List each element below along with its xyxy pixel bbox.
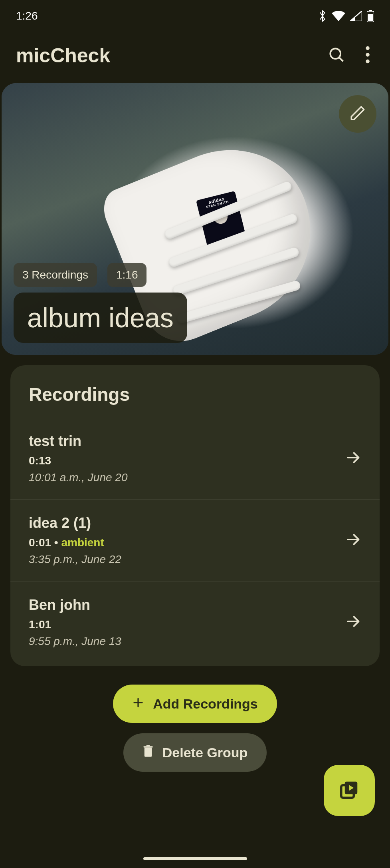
status-bar: 1:26 bbox=[0, 0, 390, 32]
group-title: album ideas bbox=[14, 293, 187, 343]
recording-timestamp: 9:55 p.m., June 13 bbox=[29, 635, 345, 648]
recording-title: idea 2 (1) bbox=[29, 515, 345, 532]
recording-timestamp: 3:35 p.m., June 22 bbox=[29, 553, 345, 566]
signal-icon bbox=[350, 11, 362, 21]
hero-badges: 3 Recordings 1:16 bbox=[14, 263, 146, 287]
plus-icon bbox=[132, 696, 144, 712]
recording-row[interactable]: Ben john 1:01 9:55 p.m., June 13 bbox=[10, 581, 380, 666]
group-hero[interactable]: adidas STAN SMITH 3 Recordings 1:16 albu… bbox=[2, 83, 388, 355]
arrow-right-icon bbox=[345, 613, 361, 631]
svg-point-5 bbox=[366, 46, 370, 50]
svg-line-4 bbox=[339, 57, 343, 61]
play-all-fab[interactable] bbox=[324, 765, 375, 816]
recording-title: Ben john bbox=[29, 597, 345, 613]
svg-rect-13 bbox=[145, 747, 152, 757]
delete-group-label: Delete Group bbox=[162, 745, 247, 760]
recording-title: test trin bbox=[29, 433, 345, 450]
recording-duration: 0:01 • ambient bbox=[29, 536, 345, 549]
svg-rect-15 bbox=[146, 745, 150, 746]
recording-timestamp: 10:01 a.m., June 20 bbox=[29, 471, 345, 484]
arrow-right-icon bbox=[345, 450, 361, 467]
app-title: micCheck bbox=[16, 44, 328, 67]
total-duration-badge: 1:16 bbox=[107, 263, 147, 287]
delete-group-button[interactable]: Delete Group bbox=[123, 733, 267, 772]
recording-duration: 1:01 bbox=[29, 618, 345, 631]
pencil-icon bbox=[349, 105, 366, 123]
recordings-heading: Recordings bbox=[10, 384, 380, 417]
add-recordings-label: Add Recordings bbox=[153, 696, 258, 712]
add-recordings-button[interactable]: Add Recordings bbox=[113, 685, 277, 723]
bluetooth-icon bbox=[318, 10, 327, 22]
status-time: 1:26 bbox=[16, 10, 38, 22]
battery-icon bbox=[367, 10, 374, 22]
search-icon[interactable] bbox=[328, 46, 345, 65]
recordings-count-badge: 3 Recordings bbox=[14, 263, 97, 287]
recording-row[interactable]: test trin 0:13 10:01 a.m., June 20 bbox=[10, 417, 380, 499]
action-buttons: Add Recordings Delete Group bbox=[0, 685, 390, 772]
recording-tag: ambient bbox=[61, 536, 104, 549]
gesture-nav-handle[interactable] bbox=[143, 857, 247, 860]
collection-play-icon bbox=[339, 779, 360, 802]
app-bar: micCheck bbox=[0, 32, 390, 83]
trash-icon bbox=[143, 745, 154, 760]
svg-point-7 bbox=[366, 60, 370, 64]
edit-button[interactable] bbox=[339, 95, 376, 133]
svg-point-3 bbox=[330, 48, 341, 59]
status-icons bbox=[318, 10, 374, 22]
svg-rect-14 bbox=[143, 746, 152, 747]
recording-row[interactable]: idea 2 (1) 0:01 • ambient 3:35 p.m., Jun… bbox=[10, 499, 380, 581]
svg-rect-2 bbox=[368, 14, 373, 21]
recording-duration: 0:13 bbox=[29, 454, 345, 467]
wifi-icon bbox=[332, 11, 345, 21]
svg-point-6 bbox=[366, 53, 370, 57]
arrow-right-icon bbox=[345, 532, 361, 549]
more-icon[interactable] bbox=[365, 46, 370, 65]
recordings-card: Recordings test trin 0:13 10:01 a.m., Ju… bbox=[10, 365, 380, 666]
